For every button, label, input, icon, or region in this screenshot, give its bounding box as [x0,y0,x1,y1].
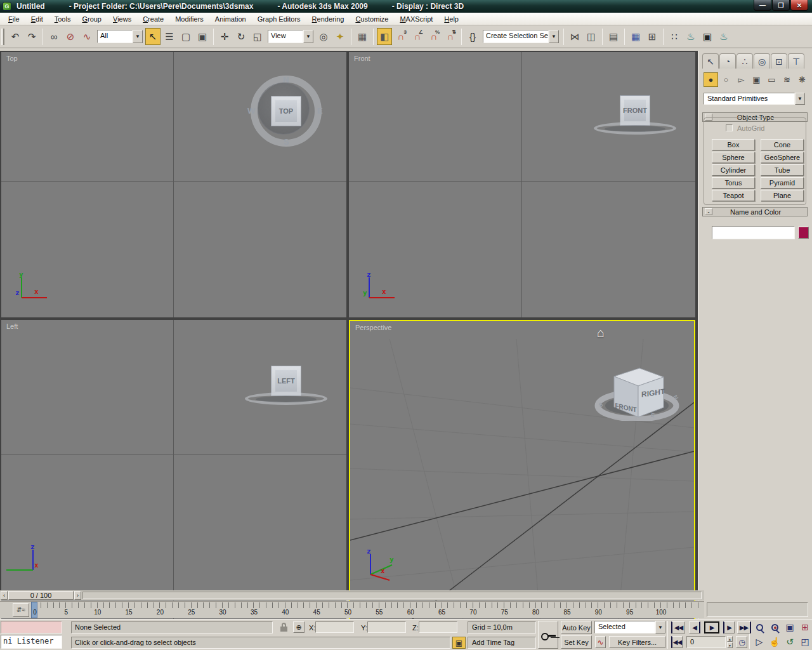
z-coord-field[interactable] [419,621,457,633]
menu-group[interactable]: Group [76,14,107,24]
category-helpers[interactable]: ▭ [764,72,779,87]
go-to-end-button[interactable]: ▶▶ [737,621,751,633]
autogrid-checkbox[interactable] [726,124,733,131]
render-setup-icon[interactable]: ♨ [683,28,698,45]
current-frame-field[interactable]: 0 [686,636,726,648]
rectangular-selection-region-icon[interactable]: ▢ [178,28,193,45]
category-shapes[interactable]: ○ [719,72,733,87]
mirror-icon[interactable]: ⋈ [567,28,582,45]
torus-button[interactable]: Torus [712,177,755,189]
selection-lock-toggle[interactable] [280,627,287,632]
next-frame-button[interactable]: ▶ [723,621,735,633]
align-icon[interactable]: ◫ [584,28,599,45]
use-pivot-point-center-icon[interactable]: ◎ [316,28,331,45]
viewport-label-top[interactable]: Top [6,55,18,62]
viewport-front[interactable]: Front FRONT z y x [349,52,695,317]
select-and-move-icon[interactable]: ✛ [217,28,232,45]
object-category-dropdown[interactable]: Standard Primitives ▼ [704,93,805,105]
teapot-button[interactable]: Teapot [712,190,755,201]
tab-utilities[interactable]: ⊤ [788,53,804,69]
y-coord-field[interactable] [367,621,406,633]
track-bar-scroll-left[interactable] [0,602,9,619]
maximize-viewport-toggle[interactable]: ◰ [798,635,812,648]
time-slider-prev-button[interactable]: ‹ [1,591,8,600]
render-production-icon[interactable]: ♨ [716,28,731,45]
compass-south[interactable]: S [284,137,289,147]
zoom-extents-all-button[interactable]: ⊞ [798,621,812,633]
select-and-scale-icon[interactable]: ◱ [250,28,265,45]
menu-animation[interactable]: Animation [209,14,252,24]
geosphere-button[interactable]: GeoSphere [761,152,804,163]
plane-button[interactable]: Plane [761,190,804,201]
default-tangent-button[interactable]: ∿ [595,636,606,648]
tab-create[interactable]: ↖ [702,53,719,69]
arc-rotate-button[interactable]: ↺ [783,635,797,648]
frame-spinner-down[interactable]: ▼ [727,642,733,648]
viewport-label-front[interactable]: Front [354,55,370,62]
menu-maxscript[interactable]: MAXScript [394,14,438,24]
named-selection-sets-dropdown[interactable]: Create Selection Set▼ [483,30,559,43]
tab-display[interactable]: ⊡ [771,53,787,69]
rendered-frame-window-icon[interactable]: ▣ [700,28,715,45]
viewcube-top-face[interactable]: TOP [271,96,301,126]
menu-graph-editors[interactable]: Graph Editors [252,14,306,24]
object-color-swatch[interactable] [798,227,809,239]
chevron-down-icon[interactable]: ▼ [655,621,665,633]
chevron-down-icon[interactable]: ▼ [795,93,805,105]
close-button[interactable]: ✕ [790,0,808,11]
maxscript-mini-listener[interactable]: ni Listener [1,635,62,649]
viewport-label-left[interactable]: Left [6,322,18,330]
cone-button[interactable]: Cone [761,139,804,150]
tab-motion[interactable]: ◎ [754,53,770,69]
snaps-3d-icon[interactable]: ◧ [377,28,392,45]
zoom-all-button[interactable] [768,621,782,633]
minimize-button[interactable]: — [754,0,771,11]
object-name-field[interactable] [712,226,795,239]
select-and-manipulate-icon[interactable]: ✦ [332,28,348,45]
key-mode-toggle[interactable]: ◀◀ [671,636,683,648]
category-geometry[interactable]: ● [704,72,718,87]
frame-spinner-up[interactable]: ▲ [727,636,733,642]
category-space-warps[interactable]: ≋ [780,72,794,87]
set-keys-button[interactable] [538,621,558,649]
add-time-tag-field[interactable]: Add Time Tag [468,637,536,649]
spinner-snap-icon[interactable]: ∩⇅ [443,28,458,45]
window-crossing-icon[interactable]: ▣ [195,28,210,45]
menu-tools[interactable]: Tools [49,14,77,24]
undo-icon[interactable]: ↶ [8,28,23,45]
viewport-top[interactable]: Top TOP N E S W y z x [1,52,346,317]
go-to-start-button[interactable]: ◀◀ [671,621,685,633]
tube-button[interactable]: Tube [761,164,804,176]
field-of-view-button[interactable]: ▷ [752,635,766,648]
cylinder-button[interactable]: Cylinder [712,164,755,176]
chevron-down-icon[interactable]: ▼ [303,30,313,43]
set-key-mode-toggle[interactable]: Set Key [561,635,592,649]
compass-east[interactable]: E [317,106,323,116]
viewcube-home-icon[interactable]: ⌂ [597,326,605,340]
curve-editor-icon[interactable]: ▦ [628,28,643,45]
menu-customize[interactable]: Customize [350,14,394,24]
sphere-button[interactable]: Sphere [712,152,755,163]
box-button[interactable]: Box [712,139,755,150]
open-mini-curve-editor-button[interactable]: ⇵≈ [13,603,29,617]
chevron-down-icon[interactable]: ▼ [133,30,143,43]
schematic-view-icon[interactable]: ⊞ [645,28,660,45]
reference-coordinate-system-dropdown[interactable]: View▼ [268,30,313,43]
compass-west[interactable]: W [247,106,255,116]
x-coord-field[interactable] [315,621,354,633]
menu-rendering[interactable]: Rendering [306,14,350,24]
zoom-button[interactable] [752,621,766,633]
select-object-icon[interactable]: ↖ [145,28,160,45]
select-and-rotate-icon[interactable]: ↻ [233,28,249,45]
selection-filter-dropdown[interactable]: All▼ [97,30,143,43]
absolute-mode-transform-toggle[interactable]: ⊕ [293,621,304,633]
select-and-link-icon[interactable]: ∞ [46,28,62,45]
redo-icon[interactable]: ↷ [24,28,39,45]
pan-button[interactable]: ☝ [768,635,782,648]
keyboard-shortcut-override-icon[interactable]: ▦ [355,28,370,45]
toolbar-drag-handle[interactable] [1,29,4,45]
previous-frame-button[interactable]: ◀ [689,621,700,633]
compass-north[interactable]: N [283,75,289,84]
unlink-selection-icon[interactable]: ⊘ [63,28,78,45]
time-slider-next-button[interactable]: › [74,591,81,600]
